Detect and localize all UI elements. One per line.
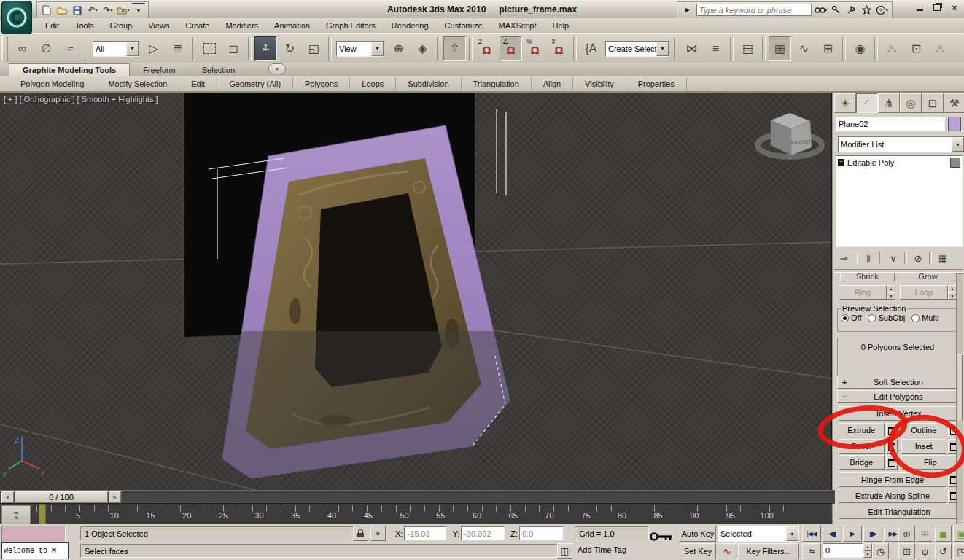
macro-recorder-pane[interactable] — [1, 526, 66, 542]
flip-button[interactable]: Flip — [901, 455, 960, 470]
ribbon-panel-loops[interactable]: Loops — [350, 77, 396, 90]
stack-item-editable-poly[interactable]: + Editable Poly — [836, 156, 962, 168]
transform-typein-icon[interactable]: ⌖ — [370, 526, 386, 541]
ribbon-panel-triangulation[interactable]: Triangulation — [462, 77, 532, 90]
key-filters-button[interactable]: Key Filters... — [738, 543, 799, 559]
menu-customize[interactable]: Customize — [438, 20, 490, 31]
favorites-star-icon[interactable] — [860, 4, 873, 16]
radio-subobj[interactable]: SubObj — [868, 314, 905, 322]
menu-animation[interactable]: Animation — [267, 20, 317, 31]
ribbon-panel-modify-selection[interactable]: Modify Selection — [96, 77, 179, 90]
hierarchy-tab[interactable]: ⋔ — [878, 93, 900, 113]
viewport-label[interactable]: [ + ] [ Orthographic ] [ Smooth + Highli… — [4, 95, 158, 104]
communication-center-icon[interactable] — [845, 4, 858, 16]
stack-visibility-icon[interactable] — [950, 158, 960, 168]
select-by-name-icon[interactable]: ≣ — [166, 36, 189, 61]
menu-help[interactable]: Help — [545, 20, 577, 31]
zoom-extents-icon[interactable]: ◼ — [935, 526, 952, 542]
outline-button[interactable]: Outline — [901, 423, 947, 438]
ribbon-panel-polygon-modeling[interactable]: Polygon Modeling — [9, 77, 96, 90]
display-tab[interactable]: ⊡ — [922, 93, 944, 113]
ring-spinner[interactable]: ▲▼ — [887, 285, 895, 300]
time-slider-track[interactable] — [123, 492, 833, 502]
radio-multi[interactable]: Multi — [911, 314, 938, 322]
save-file-icon[interactable] — [71, 4, 84, 16]
frame-number-field[interactable] — [823, 543, 863, 558]
time-slider-handle[interactable]: 0 / 100 — [15, 491, 108, 503]
use-pivot-point-center-icon[interactable]: ⊕ — [387, 36, 410, 61]
graphite-modeling-toggle-icon[interactable]: ▦ — [769, 36, 791, 61]
create-tab[interactable]: ☀ — [834, 93, 856, 113]
orbit-icon[interactable]: ↺ — [935, 543, 952, 559]
selection-lock-icon[interactable] — [353, 526, 368, 541]
ribbon-panel-align[interactable]: Align — [532, 77, 573, 90]
menu-rendering[interactable]: Rendering — [384, 20, 436, 31]
add-time-tag[interactable]: Add Time Tag — [578, 545, 626, 554]
pan-icon[interactable]: ψ — [917, 543, 933, 559]
zoom-all-icon[interactable]: ⊞ — [917, 526, 933, 542]
grow-button[interactable]: Grow — [901, 273, 955, 281]
zoom-icon[interactable]: ⊕ — [898, 526, 915, 542]
play-icon[interactable]: ▶ — [843, 526, 862, 542]
selection-filter-dropdown[interactable]: All▼ — [93, 41, 139, 57]
chevron-down-icon[interactable]: ▼ — [126, 42, 139, 56]
configure-modifier-sets-icon[interactable]: ▦ — [935, 251, 951, 265]
layer-manager-icon[interactable]: ▤ — [736, 36, 759, 61]
key-mode-toggle-icon[interactable]: ⇆ — [802, 543, 821, 559]
key-mode-dropdown[interactable]: Selected ▼ — [718, 526, 799, 542]
schematic-view-icon[interactable]: ⊞ — [817, 36, 839, 61]
inset-button[interactable]: Inset — [901, 439, 947, 454]
viewport-scene[interactable]: FRONT Z x y — [0, 93, 831, 490]
viewport-orthographic[interactable]: [ + ] [ Orthographic ] [ Smooth + Highli… — [0, 93, 832, 490]
search-icon[interactable]: ▾ — [815, 4, 827, 16]
ribbon-minimize-icon[interactable]: ▼ — [268, 63, 286, 74]
infocenter-search-input[interactable] — [696, 4, 812, 16]
modify-tab[interactable]: ◜ — [856, 93, 878, 113]
undo-icon[interactable]: ↶▾ — [86, 4, 99, 16]
maximize-viewport-icon[interactable]: ◳ — [953, 543, 964, 559]
edit-polygons-rollout-header[interactable]: − Edit Polygons — [837, 390, 960, 403]
chevron-down-icon[interactable]: ▼ — [371, 42, 384, 56]
select-and-manipulate-icon[interactable]: ◈ — [411, 36, 434, 61]
set-project-folder-icon[interactable]: ▾ — [117, 4, 130, 16]
radio-off[interactable]: Off — [841, 314, 861, 322]
toolbar-grip[interactable] — [1, 36, 8, 61]
z-coordinate-field[interactable] — [519, 526, 563, 540]
percent-snap-icon[interactable]: %Ω — [524, 36, 546, 61]
auto-key-button[interactable]: Auto Key — [680, 526, 716, 542]
select-and-move-icon[interactable]: ↔↕ — [254, 36, 277, 61]
next-frame-arrow[interactable]: > — [109, 491, 121, 503]
set-key-button[interactable]: Set Key — [680, 543, 716, 559]
pin-stack-icon[interactable]: ⊸ — [836, 251, 852, 265]
ribbon-panel-geometry-all-[interactable]: Geometry (All) — [217, 77, 293, 90]
adaptive-degradation-icon[interactable]: ◫ — [557, 543, 572, 559]
unlink-selection-icon[interactable]: ∅ — [35, 36, 58, 61]
select-and-rotate-icon[interactable]: ↻ — [279, 36, 301, 61]
chevron-down-icon[interactable]: ▼ — [786, 526, 798, 541]
help-icon[interactable]: ?▾ — [876, 4, 888, 16]
select-and-link-icon[interactable]: ∞ — [11, 36, 34, 61]
menu-modifiers[interactable]: Modifiers — [218, 20, 265, 31]
chevron-down-icon[interactable]: ▼ — [952, 137, 964, 152]
shrink-button[interactable]: Shrink — [840, 273, 895, 281]
frame-spinner[interactable]: ▲▼ — [863, 543, 872, 558]
extrude-settings-icon[interactable] — [886, 423, 898, 438]
track-bar[interactable]: ▭⇅ 0510152025303540455055606570758085909… — [0, 503, 832, 524]
keyhole-icon[interactable] — [830, 4, 842, 16]
render-setup-icon[interactable]: ♨ — [881, 36, 903, 61]
insert-vertex-button[interactable]: Insert Vertex — [839, 406, 960, 421]
extrude-button[interactable]: Extrude — [839, 423, 885, 438]
previous-frame-icon[interactable]: ◀▮ — [823, 526, 841, 542]
edit-named-selection-sets-icon[interactable]: {A — [580, 36, 602, 61]
quick-render-icon[interactable]: ♨ — [929, 36, 952, 61]
modifier-stack[interactable]: + Editable Poly — [836, 155, 963, 247]
edit-triangulation-button[interactable]: Edit Triangulation — [839, 505, 960, 519]
menu-edit[interactable]: Edit — [38, 20, 66, 31]
extrude-along-spline-button[interactable]: Extrude Along Spline — [839, 489, 946, 503]
rendered-frame-window-icon[interactable]: ⊡ — [905, 36, 928, 61]
select-object-icon[interactable]: ▷ — [142, 36, 165, 61]
toolbar-options-icon[interactable]: ▼ — [132, 3, 145, 17]
align-icon[interactable]: ≡ — [704, 36, 727, 61]
bevel-settings-icon[interactable] — [886, 439, 898, 454]
menu-views[interactable]: Views — [141, 20, 176, 31]
